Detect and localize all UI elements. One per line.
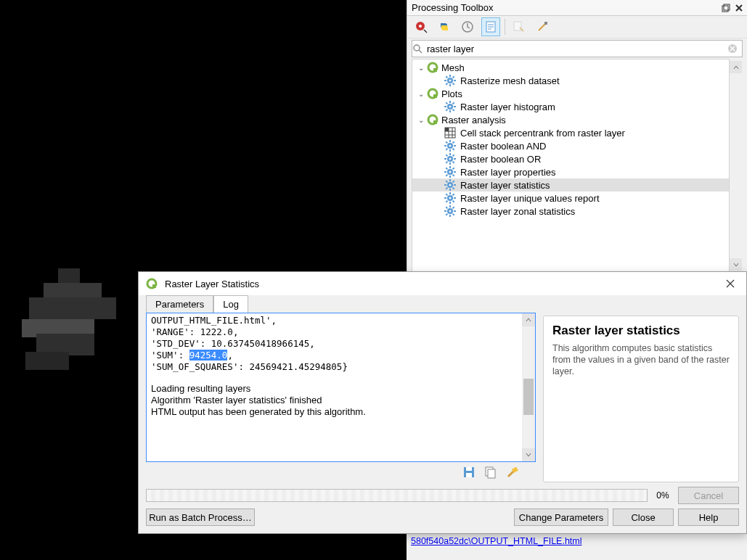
svg-rect-6	[514, 22, 521, 30]
algorithm-tree[interactable]: ⌄MeshRasterize mesh dataset⌄PlotsRaster …	[412, 59, 730, 273]
tree-item[interactable]: Raster layer histogram	[412, 100, 729, 113]
tree-item[interactable]: Rasterize mesh dataset	[412, 74, 729, 87]
progress-pct: 0%	[653, 490, 672, 501]
cancel-button[interactable]: Cancel	[678, 487, 739, 504]
svg-rect-60	[449, 176, 451, 178]
scroll-down-icon[interactable]	[730, 258, 742, 271]
dialog-titlebar[interactable]: Raster Layer Statistics	[139, 272, 746, 295]
help-button[interactable]: Help	[678, 508, 739, 526]
svg-rect-32	[446, 109, 449, 112]
cog-icon	[444, 140, 456, 152]
log-scrollbar[interactable]	[522, 313, 535, 461]
history-icon[interactable]	[458, 17, 477, 36]
tree-item-label: Raster boolean AND	[460, 141, 547, 152]
svg-rect-49	[449, 153, 451, 155]
svg-rect-20	[446, 83, 449, 86]
svg-rect-74	[452, 187, 455, 190]
tree-group[interactable]: ⌄Mesh	[412, 61, 729, 74]
log-line: OUTPUT_HTML_FILE.html',	[151, 315, 531, 326]
svg-rect-62	[454, 171, 456, 173]
svg-rect-40	[449, 149, 451, 152]
tree-item-label: Raster layer zonal statistics	[460, 206, 575, 217]
cog-icon	[444, 192, 456, 204]
svg-rect-54	[452, 161, 455, 164]
log-line: 'SUM': 94254.0,	[151, 350, 531, 361]
svg-rect-28	[454, 106, 456, 107]
svg-rect-104	[488, 469, 495, 478]
tree-item[interactable]: Raster layer unique values report	[412, 192, 729, 205]
svg-rect-75	[452, 181, 455, 184]
cog-icon	[444, 101, 456, 112]
qgis-icon	[427, 62, 438, 73]
change-parameters-button[interactable]: Change Parameters	[514, 508, 608, 526]
toolbox-search	[412, 40, 743, 57]
svg-rect-53	[446, 155, 449, 157]
tab-log[interactable]: Log	[213, 295, 248, 313]
results-icon[interactable]	[481, 17, 500, 36]
svg-rect-46	[446, 148, 449, 151]
tree-item-label: Raster boolean OR	[460, 154, 541, 165]
close-icon[interactable]	[719, 274, 742, 293]
svg-rect-101	[466, 467, 472, 471]
copy-log-icon[interactable]	[483, 465, 499, 481]
svg-rect-44	[452, 148, 455, 151]
tree-group-label: Plots	[441, 88, 462, 99]
svg-rect-86	[446, 200, 449, 203]
algorithm-help-panel: Raster layer statistics This algorithm c…	[543, 316, 739, 482]
svg-rect-70	[449, 189, 451, 191]
tree-item[interactable]: Cell stack percentrank from raster layer	[412, 126, 729, 139]
svg-rect-30	[452, 109, 455, 112]
tree-item[interactable]: Raster boolean OR	[412, 152, 729, 165]
output-file-link[interactable]: 580f540a52dc\OUTPUT_HTML_FILE.html	[411, 536, 743, 546]
save-log-icon[interactable]	[462, 465, 478, 481]
cog-red-icon[interactable]	[412, 17, 430, 36]
scroll-thumb[interactable]	[523, 379, 534, 415]
svg-rect-35	[433, 120, 437, 124]
cog-icon	[444, 153, 456, 165]
svg-point-57	[449, 158, 452, 160]
svg-rect-51	[444, 158, 446, 160]
qgis-icon	[146, 278, 158, 289]
clear-search-icon[interactable]	[727, 44, 742, 54]
svg-rect-72	[454, 184, 456, 186]
tree-item[interactable]: Raster layer zonal statistics	[412, 205, 729, 218]
toolbox-title: Processing Toolbox	[412, 2, 494, 13]
tree-item-label: Raster layer unique values report	[460, 193, 600, 204]
scroll-up-icon[interactable]	[730, 61, 742, 73]
svg-rect-7	[544, 22, 547, 25]
scroll-down-icon[interactable]	[522, 448, 535, 461]
scroll-up-icon[interactable]	[522, 313, 535, 326]
run-batch-button[interactable]: Run as Batch Process…	[146, 508, 255, 526]
tree-item[interactable]: Raster boolean AND	[412, 139, 729, 152]
svg-rect-14	[449, 84, 451, 86]
tree-group-label: Mesh	[441, 62, 465, 73]
cog-icon	[444, 166, 456, 178]
svg-rect-31	[452, 102, 455, 105]
options-icon[interactable]	[533, 17, 552, 36]
undock-icon[interactable]	[719, 1, 732, 15]
svg-rect-94	[452, 213, 455, 216]
tab-parameters[interactable]: Parameters	[146, 295, 213, 313]
svg-rect-43	[446, 141, 449, 144]
svg-rect-0	[722, 6, 728, 12]
close-panel-icon[interactable]	[732, 1, 746, 15]
svg-rect-42	[454, 145, 456, 147]
svg-rect-93	[446, 207, 449, 210]
tree-group[interactable]: ⌄Plots	[412, 87, 729, 100]
close-button[interactable]: Close	[613, 508, 674, 526]
svg-rect-102	[466, 473, 472, 477]
cog-icon	[444, 205, 456, 217]
log-output[interactable]: OUTPUT_HTML_FILE.html','RANGE': 1222.0,'…	[146, 313, 536, 462]
svg-rect-29	[446, 102, 449, 105]
svg-rect-92	[454, 210, 456, 212]
tree-item[interactable]: Raster layer statistics	[412, 178, 729, 192]
edit-model-icon[interactable]	[510, 17, 528, 36]
tree-group[interactable]: ⌄Raster analysis	[412, 113, 729, 126]
help-body: This algorithm computes basic statistics…	[552, 342, 730, 377]
python-icon[interactable]	[435, 17, 454, 36]
search-input[interactable]	[427, 41, 727, 56]
tree-scrollbar[interactable]	[730, 61, 742, 271]
tree-item-label: Raster layer statistics	[460, 180, 550, 191]
clear-log-icon[interactable]	[505, 465, 521, 481]
tree-item[interactable]: Raster layer properties	[412, 165, 729, 178]
